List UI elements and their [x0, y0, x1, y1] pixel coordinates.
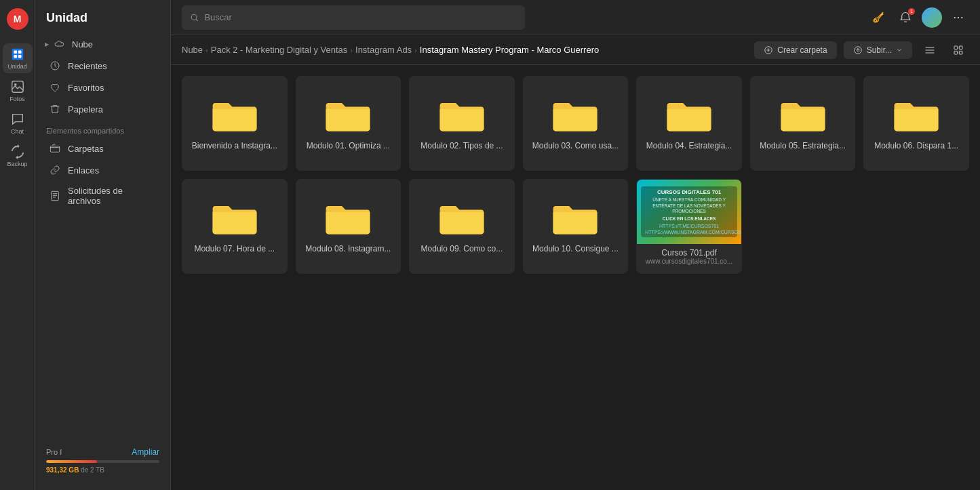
- file-card-f3[interactable]: Modulo 02. Tipos de ...: [409, 76, 515, 171]
- svg-rect-1: [14, 51, 17, 54]
- sidebar-papelera-label: Papelera: [68, 104, 103, 115]
- topbar-actions: 1: [867, 7, 969, 28]
- svg-rect-3: [18, 51, 21, 54]
- svg-rect-20: [959, 51, 962, 54]
- request-icon: [49, 190, 61, 202]
- photos-label: Fotos: [9, 96, 25, 102]
- shared-section-label: Elementos compartidos: [35, 120, 170, 138]
- file-name-f1: Bienvenido a Instagra...: [192, 141, 277, 152]
- folder-icon: [437, 95, 486, 136]
- sidebar-item-carpetas[interactable]: Carpetas: [38, 138, 168, 159]
- breadcrumb-pack2[interactable]: Pack 2 - Marketing Digital y Ventas: [211, 45, 348, 55]
- sidebar-item-favoritos[interactable]: Favoritos: [38, 77, 168, 98]
- file-card-f8[interactable]: Modulo 07. Hora de ...: [182, 179, 288, 274]
- sidebar-item-photos[interactable]: Fotos: [3, 76, 33, 106]
- breadcrumb: Nube › Pack 2 - Marketing Digital y Vent…: [171, 35, 980, 65]
- topbar: 1: [171, 0, 980, 35]
- sidebar-item-drive[interactable]: Unidad: [3, 43, 33, 73]
- breadcrumb-sep-3: ›: [414, 46, 417, 54]
- search-bar[interactable]: [182, 5, 525, 30]
- sidebar-enlaces-label: Enlaces: [68, 165, 99, 176]
- pdf-title: CURSOS DIGITALES 701: [645, 189, 733, 195]
- file-card-f1[interactable]: Bienvenido a Instagra...: [182, 76, 288, 171]
- svg-point-13: [958, 16, 959, 18]
- chat-label: Chat: [11, 128, 24, 135]
- notification-badge: 1: [908, 8, 915, 15]
- svg-point-12: [954, 16, 956, 18]
- upload-button[interactable]: Subir...: [844, 41, 912, 59]
- list-view-button[interactable]: [919, 39, 941, 61]
- sidebar-item-chat[interactable]: Chat: [3, 108, 33, 138]
- file-name-f4: Modulo 03. Como usa...: [532, 141, 619, 152]
- grid-view-button[interactable]: [947, 39, 969, 61]
- breadcrumb-nube[interactable]: Nube: [182, 45, 203, 55]
- clock-icon: [49, 60, 61, 72]
- sidebar: Unidad Nube Recientes Favoritos: [35, 0, 171, 490]
- file-card-f5[interactable]: Modulo 04. Estrategia...: [636, 76, 742, 171]
- storage-section: Pro I Ampliar 931,32 GB de 2 TB: [35, 439, 170, 482]
- file-card-f4[interactable]: Modulo 03. Como usa...: [523, 76, 629, 171]
- file-grid: Bienvenido a Instagra... Modulo 01. Opti…: [182, 76, 969, 274]
- key-button[interactable]: [867, 7, 889, 28]
- file-card-f6[interactable]: Modulo 05. Estrategia...: [750, 76, 856, 171]
- sidebar-item-enlaces[interactable]: Enlaces: [38, 159, 168, 181]
- create-folder-label: Crear carpeta: [777, 45, 827, 55]
- storage-fill-bar: [46, 460, 97, 463]
- folder-icon: [779, 95, 827, 136]
- breadcrumb-instagram-mastery[interactable]: Instagram Mastery Program - Marco Guerre…: [420, 45, 599, 55]
- storage-usage: 931,32 GB de 2 TB: [46, 466, 159, 474]
- folder-icon: [324, 198, 372, 239]
- sidebar-nube-label: Nube: [72, 39, 93, 49]
- svg-rect-19: [954, 51, 958, 54]
- file-card-f7[interactable]: Modulo 06. Dispara 1...: [863, 76, 969, 171]
- upload-label: Subir...: [867, 45, 892, 55]
- folder-shared-icon: [49, 142, 61, 155]
- more-options-button[interactable]: [947, 7, 969, 28]
- file-name-f2: Modulo 01. Optimiza ...: [307, 141, 390, 152]
- svg-rect-9: [52, 191, 59, 200]
- chevron-down-icon: [896, 47, 903, 54]
- search-input[interactable]: [204, 12, 516, 22]
- pdf-cta: CLICK EN LOS ENLACES: [645, 216, 733, 222]
- drive-icon: [10, 47, 25, 62]
- sidebar-item-recientes[interactable]: Recientes: [38, 55, 168, 77]
- file-card-f12[interactable]: CURSOS DIGITALES 701 ÚNETE A NUESTRA COM…: [636, 179, 742, 274]
- sidebar-favoritos-label: Favoritos: [68, 83, 104, 93]
- pdf-link2: HTTPS://WWW.INSTAGRAM.COM/CURSOSEMPRENDE…: [645, 230, 733, 234]
- storage-plan: Pro I: [46, 448, 62, 456]
- trash-icon: [49, 103, 61, 115]
- create-folder-button[interactable]: Crear carpeta: [754, 41, 836, 59]
- file-grid-container: Bienvenido a Instagra... Modulo 01. Opti…: [171, 65, 980, 490]
- breadcrumb-actions: Crear carpeta Subir...: [754, 39, 969, 61]
- folder-icon: [210, 198, 259, 239]
- sidebar-item-backup[interactable]: Backup: [3, 141, 33, 171]
- notification-button[interactable]: 1: [895, 7, 916, 28]
- user-avatar[interactable]: [922, 7, 942, 28]
- file-name-f5: Modulo 04. Estrategia...: [646, 141, 732, 152]
- sidebar-item-papelera[interactable]: Papelera: [38, 98, 168, 120]
- svg-rect-0: [12, 49, 23, 60]
- svg-rect-2: [14, 55, 17, 58]
- sidebar-recientes-label: Recientes: [68, 61, 107, 71]
- avatar-button[interactable]: M: [3, 5, 33, 35]
- breadcrumb-sep-2: ›: [350, 46, 353, 54]
- svg-point-6: [14, 83, 16, 86]
- photos-icon: [10, 79, 25, 94]
- file-card-f9[interactable]: Modulo 08. Instagram...: [296, 179, 401, 274]
- pdf-thumbnail: CURSOS DIGITALES 701 ÚNETE A NUESTRA COM…: [637, 180, 741, 244]
- breadcrumb-instagram-ads[interactable]: Instagram Ads: [355, 45, 412, 55]
- folder-icon: [551, 95, 600, 136]
- file-name-f7: Modulo 06. Dispara 1...: [874, 141, 958, 152]
- file-name-f9: Modulo 08. Instagram...: [305, 244, 391, 255]
- sidebar-item-nube[interactable]: Nube: [38, 33, 168, 55]
- svg-rect-17: [954, 46, 958, 49]
- file-card-f10[interactable]: Modulo 09. Como co...: [409, 179, 515, 274]
- upgrade-button[interactable]: Ampliar: [132, 447, 159, 457]
- file-card-f2[interactable]: Modulo 01. Optimiza ...: [296, 76, 401, 171]
- file-name-f11: Modulo 10. Consigue ...: [532, 244, 619, 255]
- search-icon: [190, 13, 199, 22]
- file-name-f12: Cursos 701.pdf www.cursosdigitales701.co…: [637, 244, 741, 270]
- cloud-icon: [53, 38, 65, 50]
- sidebar-item-solicitudes[interactable]: Solicitudes de archivos: [38, 181, 168, 211]
- file-card-f11[interactable]: Modulo 10. Consigue ...: [523, 179, 629, 274]
